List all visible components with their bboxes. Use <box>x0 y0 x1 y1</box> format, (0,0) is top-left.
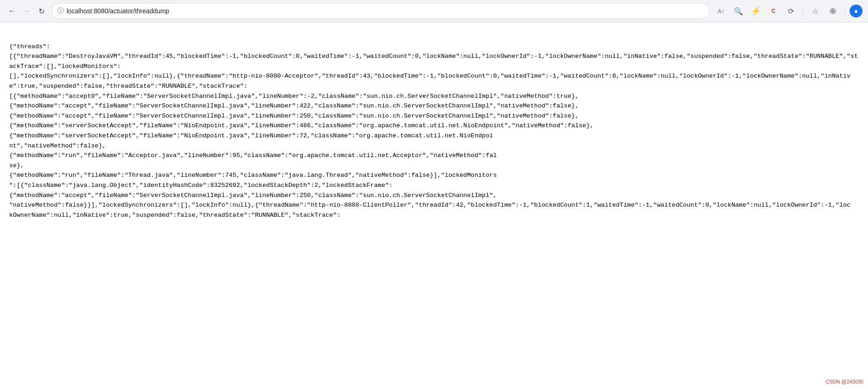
bookmark-button[interactable]: ☆ <box>808 4 823 18</box>
profile-button[interactable]: ● <box>850 5 862 17</box>
more-button[interactable]: ⊕ <box>825 4 840 18</box>
back-button[interactable]: ← <box>6 5 18 17</box>
json-content: {"threads": [{"threadName":"DestroyJavaV… <box>9 43 858 219</box>
reader-mode-button[interactable]: A↑ <box>714 4 728 18</box>
forward-button[interactable]: → <box>20 5 33 17</box>
toolbar-divider <box>803 6 803 16</box>
watermark: CSDN @242030 <box>826 379 863 384</box>
toolbar-divider-2 <box>845 6 845 16</box>
reload-button[interactable]: ↻ <box>35 5 48 17</box>
browser-toolbar: ← → ↻ ⓘ A↑ 🔍 ⚡ C ⟳ ☆ ⊕ ● <box>0 0 868 22</box>
page-content: {"threads": [{"threadName":"DestroyJavaV… <box>0 23 868 389</box>
browser-chrome: ← → ↻ ⓘ A↑ 🔍 ⚡ C ⟳ ☆ ⊕ ● <box>0 0 868 23</box>
search-button[interactable]: 🔍 <box>731 4 746 18</box>
address-bar-container[interactable]: ⓘ <box>51 3 710 19</box>
refresh-extensions-button[interactable]: ⟳ <box>783 4 798 18</box>
address-input[interactable] <box>67 7 704 15</box>
csdn-extension-button[interactable]: C <box>766 4 781 18</box>
toolbar-actions: A↑ 🔍 ⚡ C ⟳ ☆ ⊕ ● <box>714 4 862 18</box>
info-icon: ⓘ <box>57 7 64 15</box>
nav-buttons: ← → ↻ <box>6 5 48 17</box>
extensions-button[interactable]: ⚡ <box>749 4 763 18</box>
